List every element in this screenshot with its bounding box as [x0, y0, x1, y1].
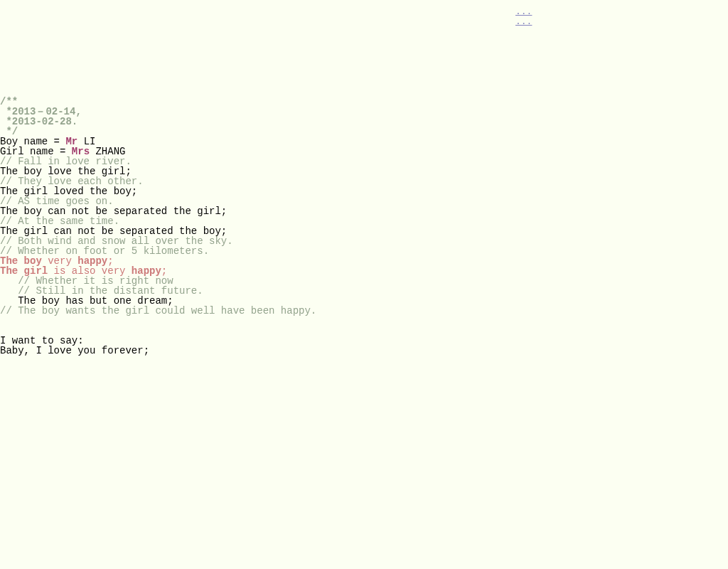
link-a[interactable]: ... — [515, 7, 544, 17]
top-links: ... ... — [515, 7, 544, 27]
poem-block: /** *2013－02-14, *2013-02-28. */ Boy nam… — [0, 87, 316, 316]
link-b[interactable]: ... — [515, 17, 544, 27]
footer-block: I want to say: Baby, I love you forever; — [0, 326, 149, 356]
footer-line2: Baby, I love you forever; — [0, 345, 149, 356]
comment-boy-wants: // The boy wants the girl could well hav… — [0, 305, 316, 317]
